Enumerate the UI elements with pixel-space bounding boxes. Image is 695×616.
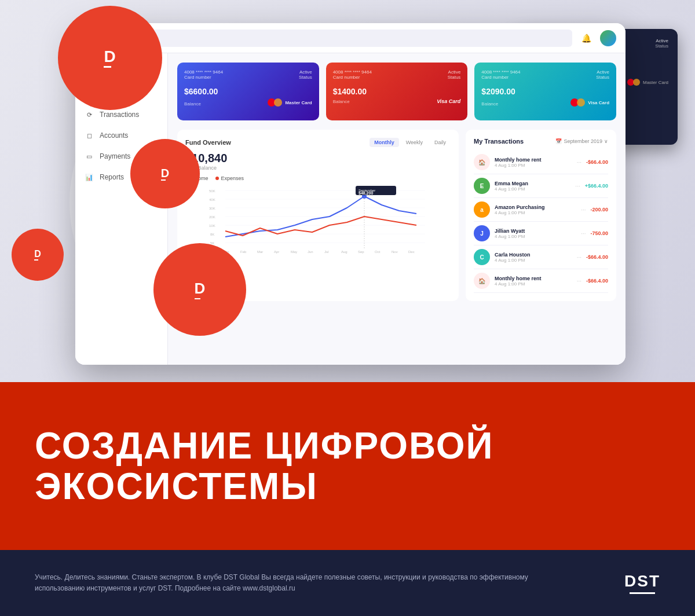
trans-avatar-0: 🏠 xyxy=(474,154,490,170)
box-icon: ◻ xyxy=(85,131,94,140)
svg-text:Jul: Jul xyxy=(324,250,329,254)
main-content: 4008 **** **** 9464 Active Card number S… xyxy=(168,53,626,365)
top-section: D D D D 4008 **** **** 9464 Card number xyxy=(0,0,695,382)
tab-daily[interactable]: Daily xyxy=(430,138,451,147)
transaction-item-0: 🏠 Monthly home rent 4 Aug 1:00 PM ··· -$… xyxy=(474,151,608,174)
chart-legend: Income Expenses xyxy=(185,175,451,181)
svg-text:30K: 30K xyxy=(209,207,215,210)
svg-text:Jun: Jun xyxy=(308,250,313,254)
chart-icon: 📊 xyxy=(85,173,94,182)
chart-header: Fund Overview Monthly Weekly Daily xyxy=(185,138,451,147)
transactions-panel: My Transactions 📅 September 2019 ∨ 🏠 Mon… xyxy=(466,130,616,301)
transactions-date: 📅 September 2019 ∨ xyxy=(555,138,608,144)
chart-container: 50K 40K 30K 20K 10K 8K 5K xyxy=(185,185,451,256)
avatar xyxy=(600,30,616,46)
credit-card-red: 4008 **** **** 9464 Active Card number S… xyxy=(326,63,468,120)
svg-text:May: May xyxy=(291,250,297,254)
refresh-icon: ⟳ xyxy=(85,110,94,119)
line-chart-svg: 50K 40K 30K 20K 10K 8K 5K xyxy=(185,185,451,254)
svg-text:10K: 10K xyxy=(209,224,215,228)
svg-text:40K: 40K xyxy=(209,198,215,201)
legend-expenses: Expenses xyxy=(215,175,244,181)
tab-weekly[interactable]: Weekly xyxy=(401,138,427,147)
bell-icon: 🔔 xyxy=(579,31,593,45)
credit-card-blue: 4008 **** **** 9464 Active Card number S… xyxy=(177,63,319,120)
svg-text:Nov: Nov xyxy=(392,250,398,254)
footer: Учитесь. Делитесь знаниями. Станьте эксп… xyxy=(0,550,695,616)
svg-text:Sep: Sep xyxy=(358,250,364,254)
svg-text:Mar: Mar xyxy=(257,250,263,254)
trans-avatar-4: C xyxy=(474,249,490,265)
chart-tabs: Monthly Weekly Daily xyxy=(370,138,451,147)
svg-text:Aug: Aug xyxy=(341,250,348,254)
svg-text:Dec: Dec xyxy=(408,250,415,254)
dst-logo-circle-chart: D xyxy=(153,243,246,336)
card-icon: ▭ xyxy=(85,152,94,161)
transaction-item-5: 🏠 Monthly home rent 4 Aug 1:00 PM ··· -$… xyxy=(474,269,608,293)
transaction-item-2: a Amazon Purchasing 4 Aug 1:00 PM ··· -2… xyxy=(474,198,608,222)
bottom-section: СОЗДАНИЕ ЦИФРОВОЙ ЭКОСИСТЕМЫ xyxy=(0,382,695,550)
footer-logo: DST xyxy=(624,572,660,594)
dst-logo-circle-large: D xyxy=(58,6,162,110)
dst-logo-circle-small: D xyxy=(12,229,64,281)
credit-card-teal: 4008 **** **** 9464 Active Card number S… xyxy=(474,63,616,120)
trans-avatar-2: a xyxy=(474,201,490,218)
dst-logo-circle-medium: D xyxy=(130,139,200,208)
svg-text:8K: 8K xyxy=(210,233,214,236)
trans-avatar-5: 🏠 xyxy=(474,273,490,289)
svg-text:Feb: Feb xyxy=(240,250,247,254)
footer-text: Учитесь. Делитесь знаниями. Станьте эксп… xyxy=(35,572,556,594)
transaction-item-4: C Carla Houston 4 Aug 1:00 PM ··· -$66.4… xyxy=(474,245,608,269)
trans-avatar-1: E xyxy=(474,178,490,194)
svg-text:Oct: Oct xyxy=(375,250,381,254)
search-input[interactable] xyxy=(115,30,572,47)
dashboard-body: ⊞ Dashboard ◈ Budget Planer ⟳ Transactio… xyxy=(75,53,626,365)
transaction-item-3: J Jillian Wyatt 4 Aug 1:00 PM ··· -750.0… xyxy=(474,222,608,245)
svg-text:20K: 20K xyxy=(209,215,215,219)
svg-text:50K: 50K xyxy=(209,189,215,193)
svg-text:$48,200: $48,200 xyxy=(359,191,373,196)
main-heading-line2: ЭКОСИСТЕМЫ xyxy=(35,466,660,507)
trans-avatar-3: J xyxy=(474,225,490,241)
svg-text:Apr: Apr xyxy=(274,250,279,254)
cards-row: 4008 **** **** 9464 Active Card number S… xyxy=(177,63,616,120)
main-heading-line1: СОЗДАНИЕ ЦИФРОВОЙ xyxy=(35,426,660,466)
tab-monthly[interactable]: Monthly xyxy=(370,138,399,147)
transactions-header: My Transactions 📅 September 2019 ∨ xyxy=(474,138,608,145)
transaction-item-1: E Emma Megan 4 Aug 1:00 PM ··· +$66.4.00 xyxy=(474,174,608,198)
